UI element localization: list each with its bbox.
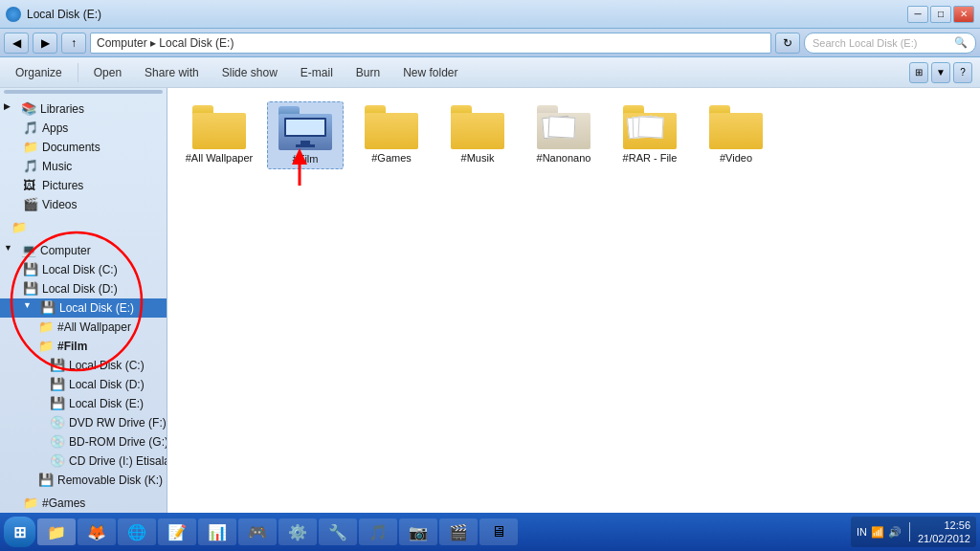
sidebar-dvd-rw-label: DVD RW Drive (F:) — [69, 416, 167, 430]
tray-network-icon: 📶 — [871, 526, 884, 539]
drive-e-expand-icon: ▼ — [23, 300, 38, 316]
film-icon: 📁 — [38, 339, 54, 354]
up-button[interactable]: ↑ — [61, 33, 86, 54]
drive-e-icon: 💾 — [40, 300, 56, 316]
help-button[interactable]: ? — [953, 62, 972, 83]
film-drive-e-icon: 💾 — [50, 396, 65, 411]
folder-video-label: #Video — [720, 152, 752, 164]
taskbar-icon-firefox[interactable]: 🦊 — [78, 518, 116, 545]
sidebar-cd-etisalat[interactable]: 💿 CD Drive (I:) Etisalat 3.5G — [0, 452, 167, 471]
sidebar-apps[interactable]: 🎵 Apps — [0, 119, 167, 138]
new-folder-button[interactable]: New folder — [395, 61, 465, 84]
email-button[interactable]: E-mail — [293, 61, 341, 84]
folder-games[interactable]: #Games — [353, 101, 430, 169]
address-path[interactable]: Computer ▸ Local Disk (E:) — [90, 33, 771, 54]
taskbar-file-explorer[interactable]: 📁 — [37, 518, 76, 545]
monitor-base — [296, 144, 315, 147]
title-bar-left: Local Disk (E:) — [6, 7, 101, 22]
sidebar-film-d-label: Local Disk (D:) — [69, 378, 145, 391]
search-icon[interactable]: 🔍 — [954, 36, 968, 49]
tray-keyboard: IN — [857, 526, 867, 538]
folder-nanonano[interactable]: #Nanonano — [525, 101, 602, 169]
sidebar-libraries-section: ▶ 📚 Libraries 🎵 Apps 📁 Documents 🎵 Music… — [0, 96, 167, 218]
sidebar-bd-rom[interactable]: 💿 BD-ROM Drive (G:) — [0, 432, 167, 452]
sidebar-film-e-label: Local Disk (E:) — [69, 397, 144, 410]
folder-video[interactable]: #Video — [698, 101, 774, 169]
sidebar-red-folder[interactable]: 📁 — [0, 218, 167, 237]
sidebar-local-e[interactable]: ▼ 💾 Local Disk (E:) — [0, 298, 167, 318]
start-button[interactable]: ⊞ — [4, 517, 35, 547]
folder-rar[interactable]: #RAR - File — [612, 101, 688, 169]
back-button[interactable]: ◀ — [4, 33, 29, 54]
drive-c-icon: 💾 — [23, 262, 38, 277]
taskbar-icon-word[interactable]: 📝 — [158, 518, 196, 545]
sidebar-film-e[interactable]: 💾 Local Disk (E:) — [0, 394, 167, 413]
taskbar-icon-app2[interactable]: ⚙️ — [278, 518, 317, 545]
folder-all-wallpaper-icon — [192, 105, 246, 149]
scroll-indicator — [4, 90, 163, 94]
folder-games-label: #Games — [371, 152, 412, 164]
folder-musik-icon — [451, 105, 504, 149]
sidebar-videos[interactable]: 🎬 Videos — [0, 195, 167, 214]
sidebar-pictures-label: Pictures — [42, 179, 83, 192]
clock[interactable]: 12:56 21/02/2012 — [918, 518, 970, 546]
search-box[interactable]: Search Local Disk (E:) 🔍 — [804, 33, 976, 54]
folder-musik-label: #Musik — [461, 152, 495, 164]
sidebar-removable-k[interactable]: 💾 Removable Disk (K:) — [0, 471, 167, 490]
open-button[interactable]: Open — [86, 61, 129, 84]
sidebar-computer-section: ▼ 💻 Computer 💾 Local Disk (C:) 💾 Local D… — [0, 237, 167, 494]
sidebar-games-label: #Games — [42, 496, 85, 510]
taskbar-icon-app7[interactable]: 🖥 — [479, 518, 518, 545]
window-icon — [6, 7, 21, 22]
taskbar-icon-app1[interactable]: 🎮 — [238, 518, 277, 545]
cd-etisalat-icon: 💿 — [50, 453, 65, 469]
folder-grid: #All Wallpaper #Film — [177, 98, 970, 173]
refresh-button[interactable]: ↻ — [775, 33, 800, 54]
view-options-button[interactable]: ▼ — [931, 62, 950, 83]
sidebar-local-c[interactable]: 💾 Local Disk (C:) — [0, 260, 167, 279]
folder-film[interactable]: #Film — [267, 101, 344, 169]
videos-icon: 🎬 — [23, 197, 38, 212]
sidebar-all-wallpaper[interactable]: 📁 #All Wallpaper — [0, 318, 167, 337]
minimize-button[interactable]: ─ — [907, 6, 928, 23]
taskbar-icon-app6[interactable]: 🎬 — [439, 518, 478, 545]
sidebar-games[interactable]: 📁 #Games — [0, 494, 167, 513]
expand-icon: ▶ — [4, 101, 19, 117]
title-bar: Local Disk (E:) ─ □ ✕ — [0, 0, 980, 29]
taskbar-icon-chrome[interactable]: 🌐 — [118, 518, 156, 545]
main-layout: ▶ 📚 Libraries 🎵 Apps 📁 Documents 🎵 Music… — [0, 88, 980, 520]
taskbar-icon-ppt[interactable]: 📊 — [198, 518, 236, 545]
sidebar-local-d[interactable]: 💾 Local Disk (D:) — [0, 279, 167, 298]
organize-button[interactable]: Organize — [8, 61, 70, 84]
maximize-button[interactable]: □ — [930, 6, 951, 23]
taskbar-icon-app4[interactable]: 🎵 — [359, 518, 397, 545]
games-icon: 📁 — [23, 496, 38, 511]
view-toggle-button[interactable]: ⊞ — [909, 62, 928, 83]
sidebar-music[interactable]: 🎵 Music — [0, 157, 167, 176]
folder-all-wallpaper[interactable]: #All Wallpaper — [181, 101, 257, 169]
sidebar-documents[interactable]: 📁 Documents — [0, 138, 167, 157]
title-bar-controls[interactable]: ─ □ ✕ — [907, 6, 974, 23]
folder-musik[interactable]: #Musik — [439, 101, 516, 169]
folder-body — [192, 113, 246, 149]
share-with-button[interactable]: Share with — [137, 61, 207, 84]
sidebar-dvd-rw[interactable]: 💿 DVD RW Drive (F:) — [0, 413, 167, 432]
sidebar-computer[interactable]: ▼ 💻 Computer — [0, 241, 167, 260]
slide-show-button[interactable]: Slide show — [214, 61, 285, 84]
taskbar-icon-app3[interactable]: 🔧 — [319, 518, 357, 545]
close-button[interactable]: ✕ — [953, 6, 974, 23]
sidebar-libraries[interactable]: ▶ 📚 Libraries — [0, 99, 167, 119]
sidebar-film[interactable]: 📁 #Film — [0, 337, 167, 356]
documents-icon: 📁 — [23, 140, 38, 155]
sidebar-pictures[interactable]: 🖼 Pictures — [0, 176, 167, 195]
sidebar-film-d[interactable]: 💾 Local Disk (D:) — [0, 375, 167, 394]
folder-rar-icon — [623, 105, 677, 149]
forward-button[interactable]: ▶ — [33, 33, 57, 54]
sidebar-film-c[interactable]: 💾 Local Disk (C:) — [0, 356, 167, 375]
taskbar-icon-app5[interactable]: 📷 — [399, 518, 437, 545]
tray-volume-icon: 🔊 — [888, 526, 902, 539]
burn-button[interactable]: Burn — [348, 61, 388, 84]
sidebar-film-label: #Film — [57, 340, 87, 353]
search-placeholder: Search Local Disk (E:) — [813, 37, 917, 49]
folder-nanonano-body — [537, 113, 590, 149]
